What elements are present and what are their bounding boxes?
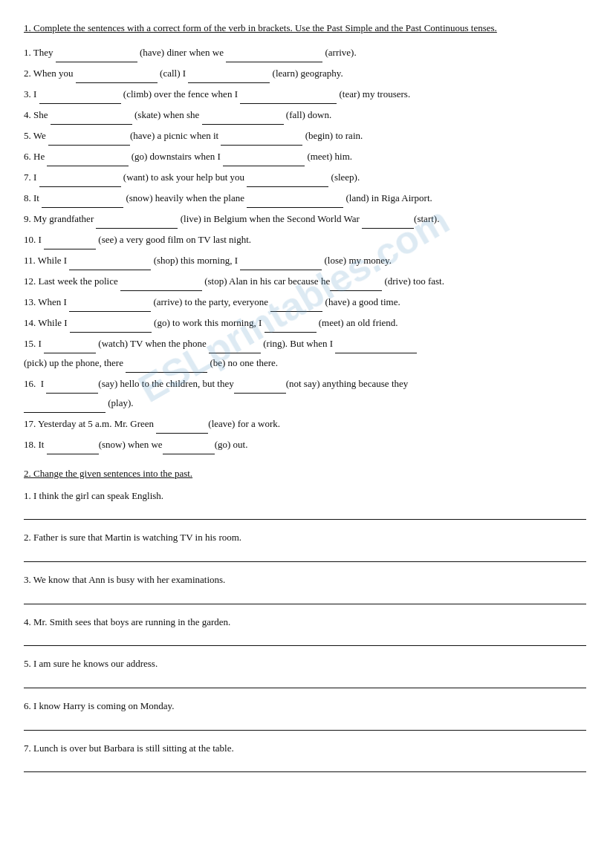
blank[interactable] <box>39 92 121 104</box>
blank[interactable] <box>247 196 343 208</box>
sentence-1: 1. They (have) diner when we (arrive). <box>24 43 586 62</box>
blank[interactable] <box>330 279 382 291</box>
s2-sentence-6: 6. I know Harry is coming on Monday. <box>24 697 586 716</box>
sentence-2: 2. When you (call) I (learn) geography. <box>24 64 586 83</box>
blank[interactable] <box>47 154 129 166</box>
section2-title: 2. Change the given sentences into the p… <box>24 468 586 480</box>
sentence-17: 17. Yesterday at 5 a.m. Mr. Green (leave… <box>24 414 586 434</box>
blank[interactable] <box>240 92 337 104</box>
s2-sentence-7: 7. Lunch is over but Barbara is still si… <box>24 740 586 758</box>
blank[interactable] <box>42 196 123 208</box>
sentence-11: 11. While I (shop) this morning, I (lose… <box>24 251 586 270</box>
blank[interactable] <box>76 71 158 83</box>
sentence-6: 6. He (go) downstairs when I (meet) him. <box>24 147 586 166</box>
blank[interactable] <box>362 217 414 229</box>
blank[interactable] <box>48 134 130 146</box>
blank[interactable] <box>44 342 96 353</box>
blank[interactable] <box>265 321 317 333</box>
sentence-8: 8. It (snow) heavily when the plane (lan… <box>24 189 586 208</box>
blank[interactable] <box>234 382 286 394</box>
blank[interactable] <box>39 175 121 187</box>
blank[interactable] <box>47 443 99 454</box>
answer-line-2[interactable] <box>24 547 586 562</box>
s2-sentence-2: 2. Father is sure that Martin is watchin… <box>24 529 586 547</box>
s2-sentence-1: 1. I think the girl can speak English. <box>24 487 586 506</box>
blank[interactable] <box>223 154 305 166</box>
section1-title: 1. Complete the sentences with a correct… <box>24 21 586 36</box>
sentence-14: 14. While I (go) to work this morning, I… <box>24 313 586 333</box>
sentence-16: 16. I (say) hello to the children, but t… <box>24 374 586 413</box>
blank[interactable] <box>240 258 322 270</box>
sentence-7: 7. I (want) to ask your help but you (sl… <box>24 168 586 187</box>
blank[interactable] <box>163 443 215 454</box>
blank[interactable] <box>120 279 202 291</box>
blank[interactable] <box>56 50 137 62</box>
blank[interactable] <box>226 50 322 62</box>
sentence-5: 5. We (have) a picnic when it (begin) to… <box>24 126 586 146</box>
blank[interactable] <box>46 382 98 394</box>
sentence-15: 15. I (watch) TV when the phone (ring). … <box>24 334 586 373</box>
answer-line-4[interactable] <box>24 631 586 646</box>
sentence-3: 3. I (climb) over the fence when I (tear… <box>24 85 586 104</box>
s2-sentence-5: 5. I am sure he knows our address. <box>24 655 586 673</box>
blank[interactable] <box>156 422 208 434</box>
blank[interactable] <box>188 71 270 83</box>
blank[interactable] <box>126 361 207 373</box>
blank[interactable] <box>221 134 302 146</box>
sentence-10: 10. I (see) a very good film on TV last … <box>24 230 586 249</box>
sentence-13: 13. When I (arrive) to the party, everyo… <box>24 293 586 312</box>
answer-line-6[interactable] <box>24 716 586 731</box>
answer-line-1[interactable] <box>24 505 586 520</box>
blank[interactable] <box>51 113 132 125</box>
blank[interactable] <box>335 342 417 353</box>
section1-block: 1. Complete the sentences with a correct… <box>24 21 586 454</box>
sentence-12: 12. Last week the police (stop) Alan in … <box>24 272 586 291</box>
blank[interactable] <box>209 342 261 353</box>
answer-line-3[interactable] <box>24 590 586 604</box>
answer-line-7[interactable] <box>24 757 586 772</box>
blank[interactable] <box>247 175 328 187</box>
answer-line-5[interactable] <box>24 673 586 688</box>
blank[interactable] <box>202 113 284 125</box>
blank[interactable] <box>44 238 96 249</box>
blank[interactable] <box>270 300 322 312</box>
s2-sentence-4: 4. Mr. Smith sees that boys are running … <box>24 613 586 632</box>
blank[interactable] <box>69 258 151 270</box>
blank[interactable] <box>69 300 151 312</box>
blank[interactable] <box>70 321 152 333</box>
sentence-18: 18. It (snow) when we(go) out. <box>24 435 586 454</box>
s2-sentence-3: 3. We know that Ann is busy with her exa… <box>24 571 586 590</box>
blank[interactable] <box>24 401 106 413</box>
sentence-9: 9. My grandfather (live) in Belgium when… <box>24 209 586 229</box>
sentence-4: 4. She (skate) when she (fall) down. <box>24 105 586 125</box>
blank[interactable] <box>96 217 178 229</box>
section2-block: 2. Change the given sentences into the p… <box>24 468 586 773</box>
